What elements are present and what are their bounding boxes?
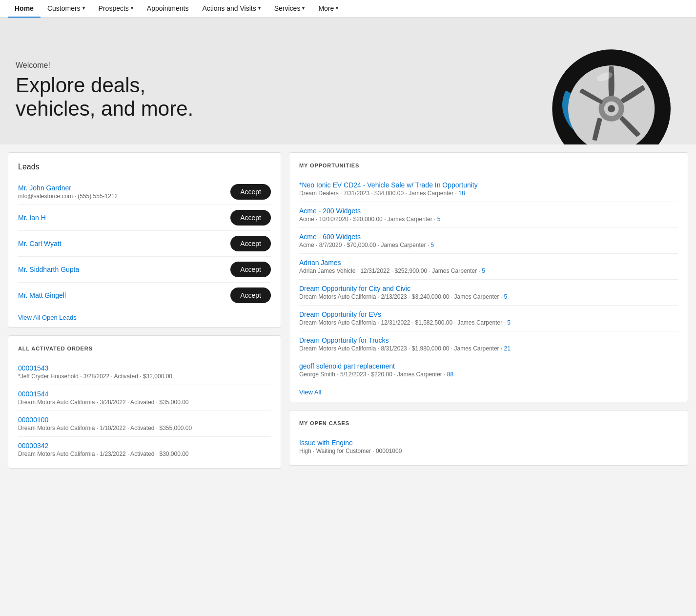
order-row: 00001543 *Jeff Cryder Household · 3/28/2… bbox=[18, 359, 271, 385]
accept-button-4[interactable]: Accept bbox=[230, 287, 271, 303]
opportunities-card: MY OPPORTUNITIES *Neo Ionic EV CD24 - Ve… bbox=[289, 152, 688, 402]
nav-item-prospects[interactable]: Prospects ▾ bbox=[92, 0, 140, 18]
lead-info: Mr. Carl Wyatt bbox=[18, 240, 61, 247]
opp-title[interactable]: Acme - 600 Widgets bbox=[299, 233, 678, 241]
opp-row: *Neo Ionic EV CD24 - Vehicle Sale w/ Tra… bbox=[299, 176, 678, 202]
orders-card: ALL ACTIVATED ORDERS 00001543 *Jeff Cryd… bbox=[8, 335, 281, 469]
view-all-opportunities-link[interactable]: View All bbox=[299, 389, 321, 396]
orders-section-title: ALL ACTIVATED ORDERS bbox=[18, 346, 271, 351]
lead-info: Mr. Ian H bbox=[18, 214, 46, 222]
opp-title[interactable]: geoff solenoid part replacement bbox=[299, 362, 678, 370]
opp-row: Acme - 600 Widgets Acme · 8/7/2020 · $70… bbox=[299, 228, 678, 254]
leads-section-title: Leads bbox=[18, 163, 271, 171]
case-meta: High · Waiting for Customer · 00001000 bbox=[299, 448, 678, 454]
order-id[interactable]: 00000342 bbox=[18, 442, 271, 450]
lead-row: Mr. Carl Wyatt Accept bbox=[18, 231, 271, 257]
order-meta: Dream Motors Auto California · 1/10/2022… bbox=[18, 425, 271, 431]
order-row: 00000342 Dream Motors Auto California · … bbox=[18, 437, 271, 462]
lead-info: Mr. Matt Gingell bbox=[18, 291, 66, 299]
order-row: 00001544 Dream Motors Auto California · … bbox=[18, 385, 271, 411]
main-content: Leads Mr. John Gardner info@salesforce.c… bbox=[0, 144, 696, 476]
lead-row: Mr. John Gardner info@salesforce.com · (… bbox=[18, 179, 271, 205]
opp-count: 88 bbox=[447, 371, 453, 378]
nav-item-actions-visits[interactable]: Actions and Visits ▾ bbox=[195, 0, 267, 18]
opp-title[interactable]: Dream Opportunity for City and Civic bbox=[299, 285, 678, 292]
accept-button-1[interactable]: Accept bbox=[230, 210, 271, 226]
order-row: 00000100 Dream Motors Auto California · … bbox=[18, 411, 271, 437]
opp-title[interactable]: Acme - 200 Widgets bbox=[299, 207, 678, 215]
opp-meta: Dream Dealers · 7/31/2023 · $34,000.00 ·… bbox=[299, 190, 678, 197]
nav-item-home[interactable]: Home bbox=[8, 0, 41, 18]
opp-meta: Adrian James Vehicle · 12/31/2022 · $252… bbox=[299, 267, 678, 274]
chevron-down-icon: ▾ bbox=[258, 5, 261, 11]
lead-name[interactable]: Mr. John Gardner bbox=[18, 184, 118, 192]
opp-row: Adrian James Adrian James Vehicle · 12/3… bbox=[299, 254, 678, 280]
opp-meta: Dream Motors Auto California · 2/13/2023… bbox=[299, 293, 678, 300]
hero-image bbox=[505, 27, 680, 144]
cases-card: MY OPEN CASES Issue with Engine High · W… bbox=[289, 410, 688, 466]
chevron-down-icon: ▾ bbox=[82, 5, 85, 11]
accept-button-2[interactable]: Accept bbox=[230, 236, 271, 251]
cases-section-title: MY OPEN CASES bbox=[299, 420, 678, 426]
lead-row: Mr. Ian H Accept bbox=[18, 205, 271, 231]
opp-row: Acme - 200 Widgets Acme · 10/10/2020 · $… bbox=[299, 202, 678, 228]
opp-title[interactable]: Dream Opportunity for Trucks bbox=[299, 336, 678, 344]
opp-title[interactable]: Dream Opportunity for EVs bbox=[299, 310, 678, 318]
opp-count: 5 bbox=[507, 319, 511, 326]
case-row: Issue with Engine High · Waiting for Cus… bbox=[299, 434, 678, 459]
opp-meta: Dream Motors Auto California · 8/31/2023… bbox=[299, 345, 678, 352]
opp-row: geoff solenoid part replacement George S… bbox=[299, 357, 678, 383]
lead-row: Mr. Siddharth Gupta Accept bbox=[18, 257, 271, 283]
opp-title[interactable]: Adrian James bbox=[299, 259, 678, 267]
order-id[interactable]: 00000100 bbox=[18, 416, 271, 424]
order-id[interactable]: 00001543 bbox=[18, 364, 271, 372]
opp-count: 5 bbox=[431, 242, 434, 248]
lead-name[interactable]: Mr. Matt Gingell bbox=[18, 291, 66, 299]
wheel-graphic bbox=[524, 27, 680, 144]
opp-row: Dream Opportunity for City and Civic Dre… bbox=[299, 280, 678, 306]
accept-button-0[interactable]: Accept bbox=[230, 184, 271, 200]
accept-button-3[interactable]: Accept bbox=[230, 262, 271, 277]
hero-welcome: Welcome! bbox=[16, 61, 505, 70]
hero-banner: Welcome! Explore deals,vehicles, and mor… bbox=[0, 18, 696, 144]
opp-row: Dream Opportunity for Trucks Dream Motor… bbox=[299, 331, 678, 357]
opp-meta: George Smith · 5/12/2023 · $220.00 · Jam… bbox=[299, 371, 678, 378]
opp-row: Dream Opportunity for EVs Dream Motors A… bbox=[299, 306, 678, 331]
lead-info: Mr. John Gardner info@salesforce.com · (… bbox=[18, 184, 118, 200]
nav-item-services[interactable]: Services ▾ bbox=[267, 0, 312, 18]
order-meta: *Jeff Cryder Household · 3/28/2022 · Act… bbox=[18, 373, 271, 380]
nav-item-more[interactable]: More ▾ bbox=[311, 0, 345, 18]
order-id[interactable]: 00001544 bbox=[18, 390, 271, 398]
lead-name[interactable]: Mr. Carl Wyatt bbox=[18, 240, 61, 247]
opp-count: 5 bbox=[482, 267, 485, 274]
lead-info: Mr. Siddharth Gupta bbox=[18, 266, 79, 273]
hero-headline: Explore deals,vehicles, and more. bbox=[16, 74, 505, 121]
order-meta: Dream Motors Auto California · 3/28/2022… bbox=[18, 399, 271, 406]
leads-card: Leads Mr. John Gardner info@salesforce.c… bbox=[8, 152, 281, 328]
nav-item-appointments[interactable]: Appointments bbox=[140, 0, 196, 18]
view-all-leads-link[interactable]: View All Open Leads bbox=[18, 314, 77, 321]
opp-title[interactable]: *Neo Ionic EV CD24 - Vehicle Sale w/ Tra… bbox=[299, 181, 678, 189]
opp-count: 5 bbox=[504, 293, 508, 300]
opp-meta: Acme · 10/10/2020 · $20,000.00 · James C… bbox=[299, 216, 678, 223]
opp-count: 18 bbox=[458, 190, 465, 197]
nav-item-customers[interactable]: Customers ▾ bbox=[41, 0, 92, 18]
svg-point-4 bbox=[608, 105, 615, 112]
lead-contact: info@salesforce.com · (555) 555-1212 bbox=[18, 193, 118, 200]
left-column: Leads Mr. John Gardner info@salesforce.c… bbox=[8, 152, 281, 469]
chevron-down-icon: ▾ bbox=[336, 5, 338, 11]
lead-name[interactable]: Mr. Siddharth Gupta bbox=[18, 266, 79, 273]
chevron-down-icon: ▾ bbox=[131, 5, 133, 11]
opp-count: 21 bbox=[504, 345, 511, 352]
opp-section-title: MY OPPORTUNITIES bbox=[299, 163, 678, 168]
order-meta: Dream Motors Auto California · 1/23/2022… bbox=[18, 451, 271, 457]
chevron-down-icon: ▾ bbox=[302, 5, 305, 11]
opp-count: 5 bbox=[437, 216, 441, 223]
lead-row: Mr. Matt Gingell Accept bbox=[18, 283, 271, 308]
hero-text-block: Welcome! Explore deals,vehicles, and mor… bbox=[16, 61, 505, 121]
opp-meta: Acme · 8/7/2020 · $70,000.00 · James Car… bbox=[299, 242, 678, 248]
lead-name[interactable]: Mr. Ian H bbox=[18, 214, 46, 222]
opp-meta: Dream Motors Auto California · 12/31/202… bbox=[299, 319, 678, 326]
case-title[interactable]: Issue with Engine bbox=[299, 439, 678, 447]
right-column: MY OPPORTUNITIES *Neo Ionic EV CD24 - Ve… bbox=[289, 152, 688, 469]
